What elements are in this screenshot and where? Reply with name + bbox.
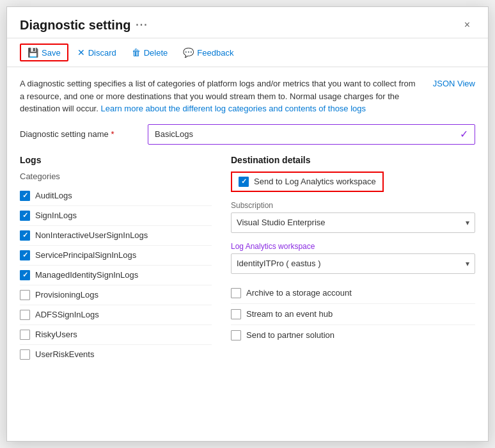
two-column-layout: Logs Categories AuditLogs SignInLogs <box>20 155 475 364</box>
discard-button[interactable]: ✕ Discard <box>71 44 123 61</box>
feedback-label: Feedback <box>197 48 233 58</box>
setting-name-row: Diagnostic setting name * ✓ <box>20 124 475 145</box>
logs-title: Logs <box>20 155 212 165</box>
user-risk-events-checkbox[interactable] <box>20 349 30 360</box>
destination-section: Destination details Send to Log Analytic… <box>231 155 475 364</box>
list-item: ProvisioningLogs <box>20 285 212 305</box>
setting-name-label: Diagnostic setting name * <box>20 129 148 139</box>
managed-identity-label: ManagedIdentitySignInLogs <box>35 270 138 280</box>
title-text: Diagnostic setting <box>20 18 130 33</box>
log-analytics-workspace-label: Log Analytics workspace <box>231 242 475 251</box>
archive-storage-checkbox[interactable] <box>231 288 241 298</box>
audit-logs-label: AuditLogs <box>35 191 72 200</box>
stream-event-hub-checkbox[interactable] <box>231 309 241 319</box>
required-marker: * <box>111 129 114 139</box>
partner-solution-checkbox[interactable] <box>231 330 241 340</box>
send-to-log-analytics-checkbox[interactable] <box>239 177 249 187</box>
audit-logs-checkbox[interactable] <box>20 191 30 201</box>
service-principal-checkbox[interactable] <box>20 250 30 260</box>
delete-icon: 🗑 <box>132 47 141 58</box>
learn-more-link[interactable]: Learn more about the different log categ… <box>100 104 366 113</box>
provisioning-logs-checkbox[interactable] <box>20 290 30 300</box>
delete-button[interactable]: 🗑 Delete <box>125 44 175 61</box>
archive-storage-label: Archive to a storage account <box>246 288 352 298</box>
description-block: A diagnostic setting specifies a list of… <box>20 77 475 115</box>
discard-icon: ✕ <box>77 47 85 58</box>
input-check-icon: ✓ <box>460 128 468 140</box>
non-interactive-label: NonInteractiveUserSignInLogs <box>35 230 148 240</box>
signin-logs-checkbox[interactable] <box>20 211 30 221</box>
list-item: ManagedIdentitySignInLogs <box>20 266 212 285</box>
log-analytics-workspace-field: Log Analytics workspace IdentityITPro ( … <box>231 242 475 274</box>
save-icon: 💾 <box>28 47 38 58</box>
title-dots: ··· <box>136 19 148 31</box>
logs-categories-list: AuditLogs SignInLogs NonInteractiveUserS… <box>20 186 212 364</box>
archive-storage-row: Archive to a storage account <box>231 283 475 304</box>
adfs-signin-label: ADFSSignInLogs <box>35 310 99 319</box>
adfs-signin-checkbox[interactable] <box>20 310 30 320</box>
list-item: NonInteractiveUserSignInLogs <box>20 226 212 246</box>
categories-label: Categories <box>20 172 212 181</box>
subscription-label: Subscription <box>231 201 475 210</box>
save-label: Save <box>42 48 61 58</box>
user-risk-events-label: UserRiskEvents <box>35 349 94 359</box>
list-item: SignInLogs <box>20 206 212 226</box>
managed-identity-checkbox[interactable] <box>20 270 30 280</box>
list-item: ADFSSignInLogs <box>20 305 212 325</box>
non-interactive-checkbox[interactable] <box>20 230 30 241</box>
close-button[interactable]: × <box>459 17 475 33</box>
subscription-field: Subscription Visual Studio Enterprise ▾ <box>231 201 475 233</box>
send-to-log-analytics-highlight: Send to Log Analytics workspace <box>231 172 384 192</box>
list-item: AuditLogs <box>20 186 212 206</box>
discard-label: Discard <box>88 48 116 58</box>
destination-title: Destination details <box>231 155 475 165</box>
provisioning-logs-label: ProvisioningLogs <box>35 290 98 300</box>
stream-event-hub-row: Stream to an event hub <box>231 304 475 325</box>
diagnostic-setting-dialog: Diagnostic setting ··· × 💾 Save ✕ Discar… <box>6 6 489 442</box>
log-analytics-workspace-dropdown[interactable]: IdentityITPro ( eastus ) ▾ <box>231 253 475 274</box>
content-area: A diagnostic setting specifies a list of… <box>7 67 488 374</box>
subscription-dropdown[interactable]: Visual Studio Enterprise ▾ <box>231 212 475 233</box>
service-principal-label: ServicePrincipalSignInLogs <box>35 250 136 260</box>
partner-solution-row: Send to partner solution <box>231 325 475 346</box>
toolbar: 💾 Save ✕ Discard 🗑 Delete 💬 Feedback <box>7 38 488 67</box>
list-item: RiskyUsers <box>20 325 212 345</box>
list-item: ServicePrincipalSignInLogs <box>20 246 212 266</box>
feedback-icon: 💬 <box>183 47 194 58</box>
signin-logs-label: SignInLogs <box>35 211 77 220</box>
setting-name-input-wrapper: ✓ <box>148 124 475 145</box>
json-view-link[interactable]: JSON View <box>433 77 475 90</box>
risky-users-label: RiskyUsers <box>35 330 77 339</box>
stream-event-hub-label: Stream to an event hub <box>246 309 333 319</box>
feedback-button[interactable]: 💬 Feedback <box>177 44 240 61</box>
setting-name-input[interactable] <box>155 129 460 139</box>
send-to-log-analytics-label: Send to Log Analytics workspace <box>254 177 376 186</box>
dialog-header: Diagnostic setting ··· × <box>7 7 488 38</box>
log-analytics-workspace-select[interactable]: IdentityITPro ( eastus ) <box>237 254 469 273</box>
save-button[interactable]: 💾 Save <box>20 44 68 61</box>
dialog-title: Diagnostic setting ··· <box>20 18 148 33</box>
logs-section: Logs Categories AuditLogs SignInLogs <box>20 155 212 364</box>
risky-users-checkbox[interactable] <box>20 330 30 340</box>
partner-solution-label: Send to partner solution <box>246 330 334 340</box>
list-item: UserRiskEvents <box>20 345 212 364</box>
delete-label: Delete <box>144 48 168 58</box>
subscription-select[interactable]: Visual Studio Enterprise <box>237 213 469 232</box>
